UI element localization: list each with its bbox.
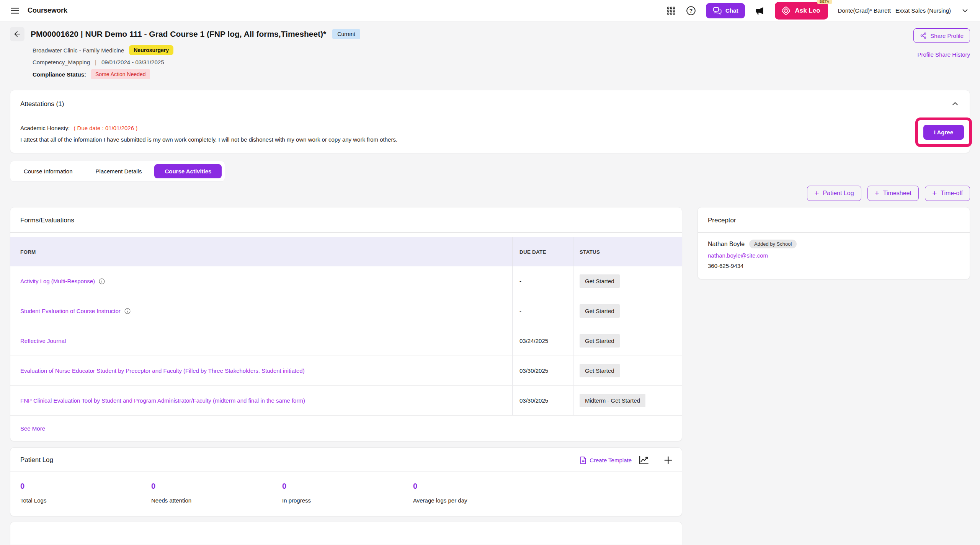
stat-average-logs: 0 Average logs per day: [413, 482, 544, 504]
table-row: Student Evaluation of Course Instructor …: [10, 296, 682, 326]
plus-icon[interactable]: [663, 455, 673, 465]
due-date-cell: 03/30/2025: [512, 356, 573, 385]
separator: |: [95, 59, 96, 65]
stat-value: 0: [282, 482, 413, 491]
stat-label: Total Logs: [20, 497, 151, 504]
stat-label: In progress: [282, 497, 413, 504]
column-header-status: STATUS: [573, 237, 682, 266]
table-row: Reflective Journal 03/24/2025 Get Starte…: [10, 326, 682, 356]
tab-placement-details[interactable]: Placement Details: [85, 164, 152, 178]
course-tabs: Course Information Placement Details Cou…: [10, 161, 225, 182]
tab-course-information[interactable]: Course Information: [13, 164, 83, 178]
page-title: Coursework: [28, 7, 67, 15]
attestation-due-date: ( Due date : 01/01/2026 ): [74, 125, 137, 131]
stat-value: 0: [151, 482, 282, 491]
course-header: PM00001620 | NUR Demo 111 - Grad Course …: [10, 27, 970, 79]
compliance-label: Compliance Status:: [33, 71, 86, 78]
chart-icon[interactable]: [639, 455, 649, 465]
document-icon: [580, 456, 586, 464]
status-badge[interactable]: Get Started: [580, 274, 620, 288]
preceptor-phone: 360-625-9434: [708, 263, 960, 269]
divider: [10, 232, 682, 233]
preceptor-title: Preceptor: [708, 217, 736, 224]
add-time-off-button[interactable]: + Time-off: [925, 186, 970, 201]
preceptor-name: Nathan Boyle: [708, 241, 745, 248]
form-link[interactable]: Reflective Journal: [20, 338, 66, 344]
status-badge[interactable]: Get Started: [580, 304, 620, 318]
stat-total-logs: 0 Total Logs: [20, 482, 151, 504]
status-badge[interactable]: Get Started: [580, 364, 620, 377]
attestation-name: Academic Honesty:: [20, 125, 70, 131]
attestations-card: Attestations (1) Academic Honesty: ( Due…: [10, 90, 970, 153]
added-by-school-badge: Added by School: [749, 240, 797, 248]
attestations-title: Attestations (1): [20, 100, 64, 108]
status-badge[interactable]: Midterm - Get Started: [580, 394, 645, 407]
next-section-card: [10, 522, 682, 545]
table-row: Activity Log (Multi-Response) - Get Star…: [10, 266, 682, 296]
add-timesheet-button[interactable]: + Timesheet: [867, 186, 919, 201]
chevron-up-icon[interactable]: [951, 100, 960, 109]
user-menu[interactable]: Donte(Grad)* Barrett Exxat Sales (Nursin…: [838, 7, 951, 14]
megaphone-icon[interactable]: [755, 6, 765, 16]
forms-evaluations-card: Forms/Evaluations FORM DUE DATE STATUS A…: [10, 207, 682, 441]
apps-grid-icon[interactable]: [666, 6, 676, 16]
user-name: Donte(Grad)* Barrett: [838, 7, 891, 14]
due-date-cell: 03/24/2025: [512, 326, 573, 356]
plus-icon: +: [875, 190, 879, 196]
share-profile-button[interactable]: Share Profile: [913, 28, 970, 43]
create-template-button[interactable]: Create Template: [580, 456, 632, 464]
preceptor-email-link[interactable]: nathan.boyle@site.com: [708, 252, 768, 259]
forms-evaluations-title: Forms/Evaluations: [20, 217, 74, 224]
tab-course-activities[interactable]: Course Activities: [154, 164, 222, 178]
info-icon[interactable]: [124, 308, 131, 315]
stat-in-progress: 0 In progress: [282, 482, 413, 504]
top-bar: Coursework ? Chat: [0, 0, 980, 21]
see-more-link[interactable]: See More: [20, 425, 45, 432]
table-row: Evaluation of Nurse Educator Student by …: [10, 356, 682, 386]
specialty-badge: Neurosurgery: [129, 45, 173, 55]
hamburger-menu-icon[interactable]: [10, 6, 20, 16]
form-link[interactable]: Student Evaluation of Course Instructor: [20, 308, 121, 314]
curriculum-name: Competency_Mapping: [33, 59, 90, 65]
form-link[interactable]: Activity Log (Multi-Response): [20, 278, 95, 284]
course-date-range: 09/01/2024 - 03/31/2025: [101, 59, 164, 65]
course-title: PM00001620 | NUR Demo 111 - Grad Course …: [31, 29, 326, 39]
chevron-down-icon[interactable]: [961, 7, 969, 15]
help-icon[interactable]: ?: [686, 6, 696, 16]
compliance-status-badge: Some Action Needed: [91, 69, 150, 79]
preceptor-card: Preceptor Nathan Boyle Added by School n…: [697, 207, 970, 279]
plus-icon: +: [932, 190, 937, 196]
table-row: FNP Clinical Evaluation Tool by Student …: [10, 386, 682, 416]
stat-label: Average logs per day: [413, 497, 544, 504]
quick-actions: + Patient Log + Timesheet + Time-off: [10, 186, 970, 201]
status-badge[interactable]: Get Started: [580, 334, 620, 348]
column-header-form: FORM: [10, 237, 512, 266]
ask-leo-logo-icon: [781, 6, 791, 16]
due-date-cell: 03/30/2025: [512, 386, 573, 415]
stat-needs-attention: 0 Needs attention: [151, 482, 282, 504]
form-link[interactable]: FNP Clinical Evaluation Tool by Student …: [20, 397, 305, 404]
patient-log-card: Patient Log Create Template: [10, 447, 682, 516]
ask-leo-button[interactable]: Ask Leo BETA: [775, 2, 828, 20]
chat-button[interactable]: Chat: [706, 3, 745, 18]
divider: [656, 454, 656, 466]
due-date-cell: -: [512, 296, 573, 326]
attestation-statement: I attest that all of the information I h…: [20, 136, 960, 143]
stat-value: 0: [413, 482, 544, 491]
info-icon[interactable]: [98, 278, 105, 285]
chat-icon: [713, 7, 722, 15]
back-arrow-icon[interactable]: [10, 27, 24, 41]
current-status-badge: Current: [332, 29, 360, 39]
course-location: Broadwater Clinic - Family Medicine: [33, 47, 124, 54]
i-agree-button[interactable]: I Agree: [923, 125, 964, 140]
plus-icon: +: [814, 190, 819, 196]
profile-share-history-link[interactable]: Profile Share History: [917, 51, 970, 58]
form-link[interactable]: Evaluation of Nurse Educator Student by …: [20, 367, 305, 374]
add-patient-log-button[interactable]: + Patient Log: [807, 186, 861, 201]
forms-table-header: FORM DUE DATE STATUS: [10, 237, 682, 266]
stat-label: Needs attention: [151, 497, 282, 504]
column-header-due-date: DUE DATE: [512, 237, 573, 266]
svg-text:?: ?: [689, 7, 693, 13]
highlight-annotation-box: I Agree: [915, 117, 972, 147]
stat-value: 0: [20, 482, 151, 491]
